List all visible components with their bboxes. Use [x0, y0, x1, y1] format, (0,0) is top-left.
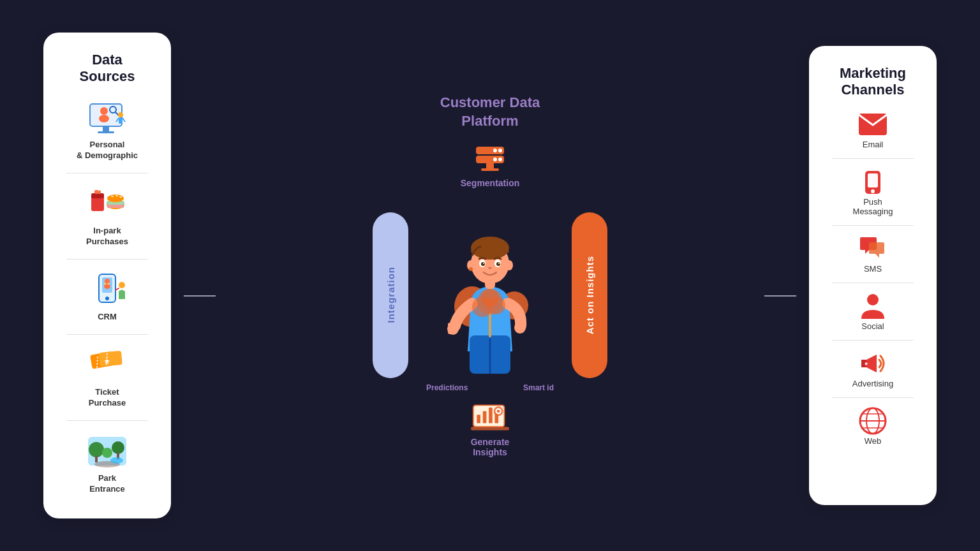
ch-divider-1 [832, 158, 914, 159]
svg-point-73 [481, 289, 499, 307]
purchases-label: In-parkPurchases [86, 226, 128, 247]
svg-rect-77 [489, 408, 493, 423]
social-label: Social [861, 321, 884, 331]
marketing-channels-title: MarketingChannels [840, 65, 906, 99]
svg-point-47 [493, 158, 497, 161]
svg-text:★: ★ [104, 358, 110, 365]
source-ticket: ★ TicketPurchase [56, 346, 158, 409]
svg-rect-49 [481, 168, 499, 171]
svg-point-19 [111, 196, 114, 197]
channel-email: Email [822, 110, 924, 149]
channel-advertising: ★ Advertising [822, 349, 924, 388]
push-icon [857, 168, 889, 196]
generate-insights-section: GenerateInsights [471, 402, 510, 457]
social-icon [857, 292, 889, 320]
web-icon [857, 407, 889, 435]
svg-point-65 [498, 263, 500, 264]
svg-rect-48 [486, 163, 494, 168]
ticket-icon: ★ [85, 346, 130, 385]
integration-label: Integration [385, 267, 396, 323]
svg-point-36 [112, 441, 124, 454]
source-crm: ★★ CRM [56, 271, 158, 323]
source-purchases: In-parkPurchases [56, 185, 158, 247]
act-on-insights-label: Act on Insights [584, 256, 595, 334]
ch-divider-2 [832, 225, 914, 226]
svg-line-10 [122, 118, 125, 122]
svg-point-7 [118, 112, 123, 117]
svg-point-37 [102, 448, 112, 458]
email-icon [857, 110, 889, 138]
svg-point-3 [100, 107, 108, 115]
segmentation-icon [471, 143, 509, 175]
svg-point-64 [483, 263, 484, 264]
svg-rect-31 [99, 351, 122, 367]
data-sources-title: DataSources [80, 52, 135, 85]
svg-point-35 [89, 442, 104, 457]
svg-point-81 [497, 409, 500, 413]
center-area: Customer DataPlatform Segmentation [171, 20, 809, 531]
cdp-title: Customer DataPlatform [440, 94, 540, 130]
svg-rect-38 [95, 456, 98, 462]
smart-id-label: Smart id [523, 383, 554, 392]
center-inner: Integration [171, 198, 809, 392]
generate-insights-label: GenerateInsights [471, 437, 510, 457]
svg-rect-13 [94, 190, 101, 194]
svg-rect-75 [477, 415, 480, 423]
svg-point-67 [505, 260, 513, 270]
person-illustration [426, 205, 554, 383]
svg-point-18 [107, 195, 124, 202]
park-label: ParkEntrance [89, 473, 125, 495]
svg-point-4 [99, 115, 109, 122]
generate-insights-icon [471, 402, 509, 434]
main-container: DataSources [43, 20, 937, 531]
source-personal: Personal& Demographic [56, 99, 158, 161]
svg-line-14 [99, 187, 101, 190]
source-park: ParkEntrance [56, 432, 158, 495]
right-connector [764, 295, 796, 297]
predictions-label: Predictions [426, 383, 468, 392]
crm-label: CRM [98, 312, 117, 323]
channel-web: Web [822, 407, 924, 446]
svg-point-21 [119, 196, 122, 198]
divider-1 [66, 173, 148, 173]
ch-divider-4 [832, 340, 914, 341]
svg-point-56 [514, 322, 526, 334]
svg-point-63 [496, 262, 500, 266]
svg-text:★★: ★★ [103, 282, 110, 286]
sms-label: SMS [864, 264, 882, 274]
advertising-label: Advertising [852, 379, 893, 388]
svg-rect-12 [91, 193, 104, 198]
svg-point-87 [867, 294, 879, 305]
svg-rect-17 [107, 205, 124, 208]
svg-rect-85 [868, 173, 878, 187]
web-label: Web [865, 436, 882, 446]
marketing-channels-card: MarketingChannels Email PushMessagin [809, 46, 937, 505]
svg-rect-1 [103, 126, 109, 131]
segmentation-label: Segmentation [461, 178, 520, 188]
left-connector [184, 295, 216, 297]
park-icon [85, 432, 130, 471]
svg-rect-69 [489, 312, 491, 337]
svg-rect-55 [448, 323, 452, 334]
person-section: Predictions Smart id [420, 198, 560, 392]
crm-icon: ★★ [85, 271, 130, 309]
svg-rect-82 [471, 427, 509, 430]
divider-4 [66, 420, 148, 421]
svg-point-68 [469, 267, 473, 271]
segmentation-section: Segmentation [461, 143, 520, 188]
svg-point-41 [110, 457, 123, 464]
svg-point-27 [119, 282, 125, 288]
svg-point-45 [498, 158, 502, 161]
channel-social: Social [822, 292, 924, 331]
divider-2 [66, 259, 148, 260]
personal-label: Personal& Demographic [77, 140, 138, 161]
purchases-icon [85, 185, 130, 223]
svg-point-86 [871, 189, 875, 193]
sms-icon [857, 235, 889, 263]
ticket-label: TicketPurchase [89, 387, 126, 409]
svg-point-20 [115, 195, 118, 196]
svg-point-44 [498, 149, 502, 152]
push-label: PushMessaging [853, 197, 893, 216]
personal-icon [85, 99, 130, 137]
data-sources-card: DataSources [43, 33, 171, 519]
